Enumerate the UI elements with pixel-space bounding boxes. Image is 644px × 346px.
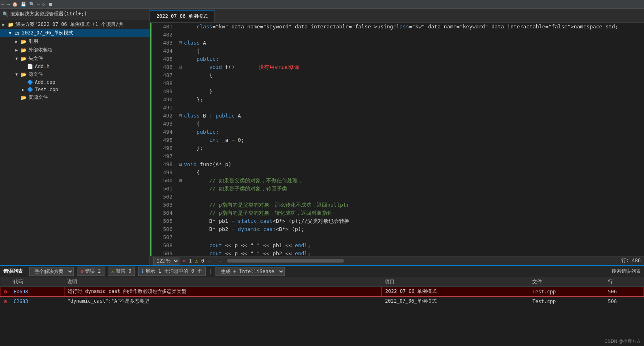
keyword: class [196,23,212,30]
code-line: ⊟void func(A* p) [179,160,644,169]
nav-prev[interactable]: ← [207,258,213,264]
collapse-marker[interactable]: ⊟ [179,39,184,47]
collapse-marker[interactable]: ⊟ [179,63,184,71]
line-number: 497 [151,152,173,160]
line-number: 486 [151,63,173,71]
sidebar-item-solution[interactable]: ▶📁解决方案'2022_07_06_单例模式'(1 个项目/共 [0,20,149,29]
warning-count: 0 [201,258,204,264]
sidebar-item-project[interactable]: ▼🗂2022_07_06_单例模式 [0,29,149,37]
code-line: ⊟class A [179,39,644,47]
sidebar-item-testcpp[interactable]: ▶🔷Test.cpp [0,86,149,93]
code-content[interactable]: 4814824834844854864874884894904914924934… [150,23,644,256]
no-collapse [179,233,184,241]
tree-item-label: 头文件 [28,55,43,62]
sidebar-item-sources[interactable]: ▼📂源文件 [0,70,149,79]
code-line [179,233,644,241]
tree-item-label: 外部依赖项 [28,47,53,53]
code-text: { [184,47,200,55]
line-number: 495 [151,136,173,144]
sidebar-item-addh[interactable]: 📄Add.h [0,63,149,70]
no-collapse [179,185,184,193]
sidebar-search-label: 搜索解决方案资源管理器(Ctrl+;) [10,11,87,17]
collapse-marker[interactable]: ⊟ [179,160,184,169]
zoom-select[interactable]: 122 % [153,257,179,265]
line-number: 499 [151,169,173,177]
code-text: }; [184,144,203,152]
line-number: 482 [151,31,173,39]
no-collapse [179,88,184,96]
code-line: ⊟class B : public A [179,112,644,120]
build-filter-sep: | [209,268,212,274]
warning-filter-btn[interactable]: ⚠ 警告 0 [108,267,135,276]
main-area: 🔍 搜索解决方案资源管理器(Ctrl+;) ▶📁解决方案'2022_07_06_… [0,9,644,265]
code-line: { [179,120,644,128]
no-collapse [179,23,184,31]
search-icon: 🔍 [2,11,9,17]
comment: // p指向的是父类的对象，那么转化不成功，返回nullptr [184,201,350,209]
col-code: 代码 [10,277,64,287]
file-icon: 📄 [27,64,33,69]
row-line: 506 [605,287,644,297]
tab-label: 2022_07_06_单例模式 [156,13,208,20]
code-text: class B : public A [184,112,241,120]
keyword: void [209,64,222,70]
line-number: 493 [151,120,173,128]
nav-next[interactable]: → [216,258,222,264]
sidebar-item-headers[interactable]: ▼📂头文件 [0,54,149,63]
scope-select[interactable]: 整个解决方案 [29,267,74,276]
code-text: { [184,71,212,79]
line-number: 489 [151,88,173,96]
number: 0 [238,137,241,143]
collapse-marker[interactable]: ⊟ [179,177,184,185]
tree-arrow: ▼ [9,31,14,35]
code-line [179,79,644,88]
file-icon: 📂 [20,95,27,100]
line-number: 500 [151,177,173,185]
no-collapse [179,120,184,128]
line-numbers: 4814824834844854864874884894904914924934… [151,23,176,256]
sidebar-item-addcpp[interactable]: 🔷Add.cpp [0,79,149,86]
sidebar-item-ref[interactable]: ▶📂引用 [0,37,149,46]
col-icon [0,277,11,287]
file-icon: 📂 [20,72,27,77]
keyword: cout [209,250,222,256]
warning-filter-icon: ⚠ [111,269,114,274]
tree-item-label: 资源文件 [28,94,48,101]
error-filter-btn[interactable]: ⊗ 错误 2 [77,267,104,276]
info-filter-label: 展示 1 个消息中的 0 个 [145,268,202,275]
keyword: class [184,40,200,46]
comment: // 如果是子类的对象，转回子类 [184,185,287,193]
collapse-marker[interactable]: ⊟ [179,112,184,120]
no-collapse [179,31,184,39]
bottom-panel: 错误列表 整个解决方案 ⊗ 错误 2 ⚠ 警告 0 ℹ 展示 1 个消息中的 0… [0,265,644,346]
no-collapse [179,136,184,144]
code-lines: class="kw" data-name="keyword" data-inte… [176,23,644,256]
tree-arrow: ▶ [2,22,7,27]
code-line: // p指向的是子类的对象，转化成功，返回对象指针 [179,209,644,217]
no-collapse [179,241,184,250]
no-collapse [179,201,184,209]
code-line: { [179,47,644,55]
code-text: void f() [184,63,235,71]
code-text: }; [184,96,203,104]
line-number: 483 [151,39,173,47]
sidebar-item-extdeps[interactable]: ▶📂外部依赖项 [0,46,149,54]
active-tab[interactable]: 2022_07_06_单例模式 [150,10,215,22]
warning-filter-label: 警告 0 [116,268,131,275]
col-description: 说明 [64,277,382,287]
table-row[interactable]: ⊗ E0698 运行时 dynamic_cast 的操作数必须包含多态类类型 2… [0,287,644,297]
file-icon: 🗂 [14,30,20,36]
sidebar-search-bar[interactable]: 🔍 搜索解决方案资源管理器(Ctrl+;) [0,9,149,19]
table-row[interactable]: ⊗ C2683 "dynamic_cast":"A"不是多态类型 2022_07… [0,297,644,306]
table-header: 代码 说明 项目 文件 行 [0,277,644,287]
keyword: endl [295,242,307,248]
no-collapse [179,47,184,55]
no-collapse [179,55,184,63]
info-filter-btn[interactable]: ℹ 展示 1 个消息中的 0 个 [138,267,205,276]
watermark: CSDN @小鹿方方 [605,338,641,344]
build-select[interactable]: 生成 + IntelliSense [215,267,285,276]
code-text: int _a = 0; [184,136,244,144]
row-project: 2022_07_06_单例模式 [382,287,529,297]
sidebar-item-resources[interactable]: 📂资源文件 [0,93,149,102]
code-line: public: [179,55,644,63]
